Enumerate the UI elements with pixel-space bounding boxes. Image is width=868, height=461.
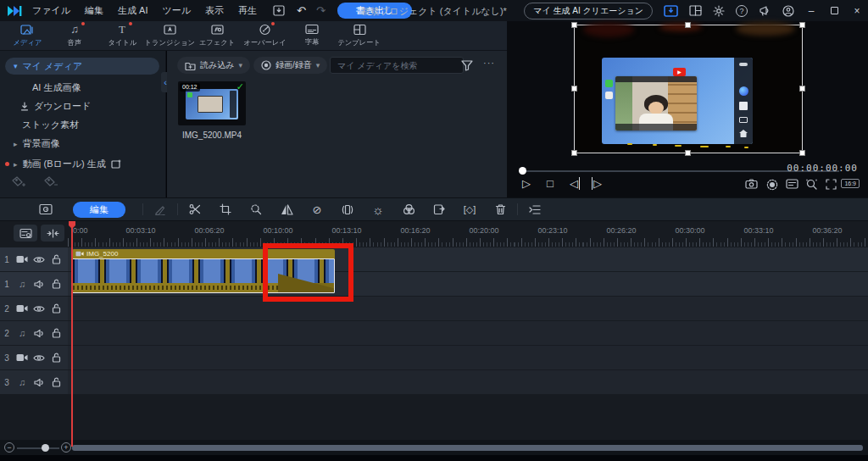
menu-view[interactable]: 表示 <box>205 4 224 17</box>
export-clip-icon[interactable] <box>424 203 454 215</box>
zoom-in-button[interactable]: + <box>61 442 71 453</box>
track-visibility-toggle[interactable] <box>31 305 47 313</box>
help-icon[interactable]: ? <box>736 5 748 17</box>
zoom-slider-handle[interactable] <box>42 444 49 452</box>
tab-subtitles[interactable]: 字幕 <box>288 24 336 47</box>
tab-media[interactable]: メディア <box>3 24 51 48</box>
close-button[interactable]: × <box>851 5 863 17</box>
mirror-flip-icon[interactable] <box>271 204 302 215</box>
track-visibility-toggle[interactable] <box>31 354 47 362</box>
media-item-thumbnail[interactable]: 00:12 ✓ <box>178 81 246 125</box>
more-options-icon[interactable]: ··· <box>483 58 495 68</box>
stop-button[interactable]: □ <box>547 177 554 190</box>
menu-play[interactable]: 再生 <box>238 4 257 17</box>
sidebar-item-stock-media[interactable]: ストック素材 <box>22 119 79 131</box>
chevron-down-icon: ▾ <box>238 61 242 69</box>
keyframe-icon[interactable]: [◇] <box>454 204 485 215</box>
maximize-button[interactable] <box>828 5 840 17</box>
previous-frame-button[interactable]: ◁ <box>570 177 580 190</box>
filter-icon[interactable] <box>461 60 473 71</box>
tab-titles[interactable]: T タイトル <box>98 24 146 48</box>
screen-record-tool-icon[interactable] <box>31 203 61 215</box>
layout-icon[interactable] <box>689 5 702 16</box>
sidebar-item-ai-images[interactable]: AI 生成画像 <box>32 81 81 94</box>
track-manager-button[interactable] <box>14 225 37 242</box>
my-ai-creations-button[interactable]: マイ 生成 AI クリエーション <box>524 3 653 19</box>
menu-edit[interactable]: 編集 <box>85 4 103 17</box>
edit-mode-button[interactable]: 編集 <box>73 202 125 218</box>
snap-toggle-button[interactable] <box>41 225 64 242</box>
smart-cutout-icon[interactable] <box>241 203 271 215</box>
snapshot-camera-icon[interactable] <box>745 179 758 189</box>
menu-generative-ai[interactable]: 生成 AI <box>118 4 147 17</box>
timeline-horizontal-scrollbar[interactable] <box>72 445 863 451</box>
sidebar-item-my-media[interactable]: ▾ マイ メディア <box>5 58 159 75</box>
selection-handle-s[interactable] <box>685 150 691 156</box>
selection-handle-ne[interactable] <box>799 22 805 28</box>
track-lock-toggle[interactable] <box>47 328 64 338</box>
track-lock-toggle[interactable] <box>47 279 64 289</box>
add-tag-icon[interactable] <box>12 176 25 187</box>
video-lane-2[interactable] <box>68 297 868 320</box>
track-lock-toggle[interactable] <box>47 353 64 363</box>
export-button[interactable]: 書き出し <box>337 3 413 19</box>
color-adjust-icon[interactable]: ☼ <box>363 204 393 215</box>
record-button[interactable]: 録画/録音 ▾ <box>253 57 327 74</box>
selection-handle-nw[interactable] <box>571 22 577 28</box>
save-project-icon[interactable] <box>273 5 285 16</box>
settings-gear-icon[interactable] <box>713 5 725 17</box>
track-lock-toggle[interactable] <box>47 377 64 387</box>
import-button[interactable]: 読み込み ▾ <box>177 57 250 74</box>
tab-effects[interactable]: エフェクト <box>193 24 241 48</box>
marker-list-icon[interactable] <box>786 179 798 189</box>
minimize-button[interactable]: – <box>805 5 817 17</box>
selection-handle-n[interactable] <box>685 22 691 28</box>
split-scissors-icon[interactable] <box>180 203 210 215</box>
crop-icon[interactable] <box>210 203 241 215</box>
video-lane-3[interactable] <box>68 346 868 369</box>
render-preview-icon[interactable] <box>766 179 778 191</box>
track-lock-toggle[interactable] <box>47 254 64 264</box>
track-visibility-toggle[interactable] <box>31 256 47 264</box>
track-mute-toggle[interactable] <box>31 280 47 289</box>
playhead[interactable] <box>71 221 73 447</box>
audio-lane-2[interactable] <box>68 321 868 345</box>
insert-to-timeline-icon[interactable] <box>520 204 550 215</box>
remove-tag-icon[interactable] <box>44 176 58 187</box>
preview-scrubber-handle[interactable] <box>519 167 526 175</box>
aspect-ratio-button[interactable]: 16:9 <box>841 179 860 188</box>
audio-lane-3[interactable] <box>68 370 868 394</box>
tab-audio[interactable]: ♫ 音声 <box>51 24 98 48</box>
next-frame-button[interactable]: ▷ <box>592 177 602 190</box>
menu-tools[interactable]: ツール <box>162 4 191 17</box>
delete-icon[interactable] <box>485 203 515 215</box>
selection-handle-se[interactable] <box>799 150 805 156</box>
selection-handle-sw[interactable] <box>571 150 577 156</box>
preview-video-frame[interactable]: ▶ <box>575 25 802 153</box>
stabilization-icon[interactable] <box>332 204 363 215</box>
sidebar-item-background-images[interactable]: ▸ 背景画像 <box>14 137 60 150</box>
speed-icon[interactable]: ⊘ <box>302 204 332 215</box>
zoom-fit-icon[interactable] <box>806 179 817 190</box>
undo-icon[interactable]: ↶ <box>297 4 306 17</box>
track-mute-toggle[interactable] <box>31 329 47 338</box>
tab-templates[interactable]: テンプレート <box>336 24 383 48</box>
sidebar-item-downloads[interactable]: ダウンロード <box>20 100 91 113</box>
color-wheel-icon[interactable] <box>393 203 424 215</box>
sidebar-item-broll-generation[interactable]: ▸ 動画 (Bロール) 生成 <box>14 158 121 170</box>
media-search-input[interactable] <box>330 57 464 74</box>
track-lock-toggle[interactable] <box>47 303 64 314</box>
update-available-icon[interactable] <box>664 3 678 18</box>
zoom-out-button[interactable]: − <box>4 442 14 453</box>
zoom-slider-track[interactable] <box>17 447 59 449</box>
menu-file[interactable]: ファイル <box>32 4 70 17</box>
track-mute-toggle[interactable] <box>31 378 47 387</box>
selection-handle-e[interactable] <box>799 86 805 92</box>
fullscreen-icon[interactable] <box>826 179 837 190</box>
selection-handle-w[interactable] <box>571 86 577 92</box>
play-button[interactable]: ▷ <box>522 177 531 190</box>
tab-overlays[interactable]: オーバーレイ <box>241 24 288 48</box>
tab-transitions[interactable]: トランジション <box>146 24 193 48</box>
notifications-icon[interactable] <box>759 5 771 16</box>
account-icon[interactable] <box>782 5 794 17</box>
